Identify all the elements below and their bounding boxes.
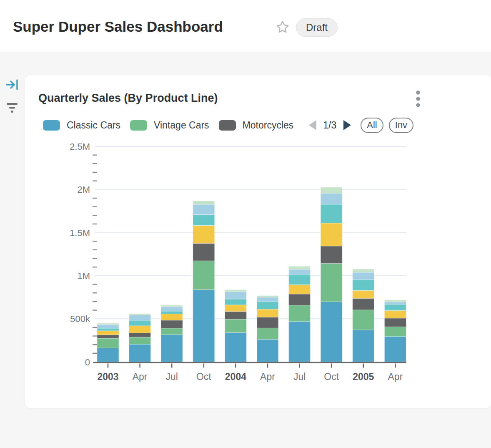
- bar-segment[interactable]: [97, 325, 119, 328]
- triangle-right-icon: [343, 120, 352, 131]
- bar-segment[interactable]: [129, 314, 151, 315]
- legend-item-label: Classic Cars: [67, 120, 120, 131]
- bar-segment[interactable]: [321, 223, 342, 246]
- bar-segment[interactable]: [289, 294, 311, 305]
- bar-segment[interactable]: [384, 304, 406, 310]
- bar-segment[interactable]: [225, 332, 246, 362]
- legend-next-button[interactable]: [343, 120, 352, 131]
- bar-segment[interactable]: [225, 305, 246, 312]
- bar-segment[interactable]: [225, 299, 246, 305]
- bar-segment[interactable]: [129, 321, 151, 326]
- bar-segment[interactable]: [257, 317, 278, 328]
- bar-segment[interactable]: [257, 328, 278, 339]
- bar-segment[interactable]: [97, 338, 119, 348]
- x-axis-label: Oct: [196, 371, 211, 382]
- legend-swatch: [219, 120, 236, 131]
- x-axis-label: Jul: [293, 371, 306, 382]
- bar-segment[interactable]: [353, 280, 374, 290]
- bar-segment[interactable]: [129, 326, 151, 333]
- bar-segment[interactable]: [97, 331, 119, 335]
- filter-button[interactable]: [5, 102, 19, 115]
- legend-item[interactable]: Vintage Cars: [130, 120, 209, 131]
- bar-segment[interactable]: [225, 319, 246, 332]
- bar-segment[interactable]: [353, 290, 374, 298]
- bar-segment[interactable]: [97, 348, 119, 362]
- bar-segment[interactable]: [97, 323, 119, 325]
- bar-segment[interactable]: [353, 310, 374, 330]
- bar-segment[interactable]: [225, 289, 246, 292]
- bar-segment[interactable]: [289, 322, 311, 362]
- y-axis-label: 1M: [77, 271, 90, 281]
- bar-segment[interactable]: [161, 314, 183, 320]
- legend-row: Classic CarsVintage CarsMotorcycles 1/3 …: [43, 117, 418, 133]
- bar-segment[interactable]: [225, 312, 246, 319]
- bar-segment[interactable]: [321, 264, 342, 302]
- bar-segment[interactable]: [321, 193, 342, 204]
- chart-title: Quarterly Sales (By Product Line): [38, 92, 218, 105]
- bar-segment[interactable]: [129, 315, 151, 321]
- bar-segment[interactable]: [193, 214, 215, 225]
- bar-segment[interactable]: [321, 204, 342, 223]
- bar-segment[interactable]: [193, 243, 215, 261]
- bar-segment[interactable]: [384, 302, 406, 304]
- legend-pager: 1/3: [308, 120, 352, 131]
- legend-item[interactable]: Motorcycles: [219, 120, 294, 131]
- bar-segment[interactable]: [161, 328, 183, 335]
- x-axis-label: Apr: [133, 371, 148, 382]
- bar-segment[interactable]: [384, 300, 406, 302]
- bar-segment[interactable]: [161, 307, 183, 311]
- collapse-panel-button[interactable]: [5, 78, 19, 92]
- bar-segment[interactable]: [161, 311, 183, 314]
- bar-segment[interactable]: [193, 225, 215, 243]
- bar-segment[interactable]: [257, 297, 278, 302]
- bar-segment[interactable]: [193, 201, 215, 204]
- bar-segment[interactable]: [289, 285, 311, 294]
- bar-segment[interactable]: [257, 340, 278, 362]
- bar-segment[interactable]: [289, 266, 311, 269]
- x-axis-label: Jul: [165, 371, 178, 382]
- bar-segment[interactable]: [289, 275, 311, 284]
- y-axis-label: 2.5M: [70, 141, 90, 152]
- legend-select-all-button[interactable]: All: [361, 118, 383, 133]
- bar-segment[interactable]: [257, 302, 278, 309]
- bar-segment[interactable]: [193, 261, 215, 289]
- bar-segment[interactable]: [384, 327, 406, 336]
- favorite-star-icon[interactable]: [275, 20, 290, 35]
- bar-segment[interactable]: [97, 335, 119, 338]
- bar-segment[interactable]: [225, 292, 246, 299]
- bar-segment[interactable]: [129, 344, 151, 362]
- y-axis-label: 1.5M: [70, 228, 90, 238]
- bar-segment[interactable]: [97, 328, 119, 331]
- bar-segment[interactable]: [257, 309, 278, 317]
- bar-segment[interactable]: [353, 269, 374, 272]
- bar-segment[interactable]: [384, 310, 406, 318]
- card-menu-button[interactable]: [413, 89, 423, 109]
- bar-segment[interactable]: [353, 330, 374, 362]
- legend-prev-button[interactable]: [308, 120, 317, 131]
- bar-segment[interactable]: [321, 187, 342, 193]
- bar-segment[interactable]: [384, 337, 406, 362]
- bar-segment[interactable]: [289, 269, 311, 275]
- x-axis-label: Apr: [260, 371, 275, 382]
- bar-segment[interactable]: [161, 320, 183, 328]
- bar-segment[interactable]: [161, 335, 183, 362]
- bar-segment[interactable]: [289, 305, 311, 322]
- bar-segment[interactable]: [129, 337, 151, 344]
- bar-segment[interactable]: [129, 333, 151, 337]
- y-axis-label: 500k: [70, 314, 90, 324]
- bar-segment[interactable]: [257, 296, 278, 297]
- bar-segment[interactable]: [321, 302, 342, 362]
- bar-segment[interactable]: [161, 305, 183, 307]
- bar-segment[interactable]: [353, 298, 374, 310]
- star-outline-icon: [276, 20, 290, 34]
- bar-segment[interactable]: [353, 272, 374, 280]
- bar-segment[interactable]: [384, 318, 406, 327]
- x-axis-label: Oct: [324, 371, 339, 382]
- bar-segment[interactable]: [193, 204, 215, 214]
- bar-segment[interactable]: [193, 290, 215, 362]
- legend-invert-button[interactable]: Inv: [389, 118, 413, 133]
- legend-item[interactable]: Classic Cars: [43, 120, 120, 131]
- quarterly-sales-stacked-bar-chart[interactable]: 0500k1M1.5M2M2.5M2003AprJulOct2004AprJul…: [25, 133, 425, 400]
- legend-swatch: [130, 120, 147, 131]
- bar-segment[interactable]: [321, 246, 342, 264]
